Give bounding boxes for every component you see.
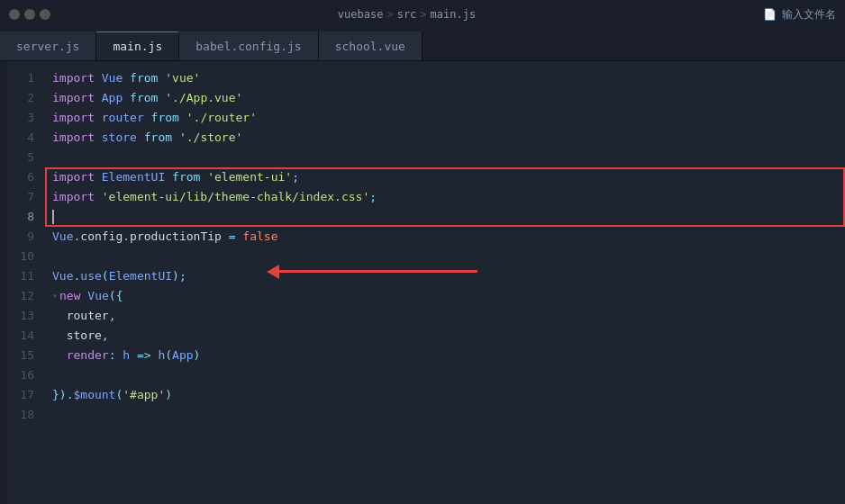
breadcrumb-sep: > [386,8,393,21]
code-line-17: }).$mount('#app') [45,385,845,405]
code-line-16 [45,365,845,385]
file-input-area: 📄 输入文件名 [763,7,836,22]
code-line-6: import ElementUI from 'element-ui'; [45,167,845,187]
code-line-18 [45,405,845,425]
line-num-9: 9 [7,227,45,247]
line-num-12: 12 [7,286,45,306]
code-line-10 [45,247,845,266]
close-btn[interactable] [9,9,20,20]
code-line-14: store, [45,326,845,346]
line-num-14: 14 [7,326,45,346]
code-line-9: Vue.config.productionTip = false [45,227,845,247]
tab-school-vue[interactable]: school.vue [319,32,422,60]
tab-main-js[interactable]: main.js [96,32,179,60]
maximize-btn[interactable] [40,9,50,20]
tab-server-js[interactable]: server.js [0,32,96,60]
code-line-7: import 'element-ui/lib/theme-chalk/index… [45,187,845,207]
code-line-13: router, [45,306,845,326]
breadcrumb: vuebase > src > main.js [58,8,756,21]
tab-babel-config[interactable]: babel.config.js [179,32,318,60]
line-num-1: 1 [7,68,45,88]
editor: 1 2 3 4 5 6 7 8 9 10 11 12 13 14 15 16 1… [0,61,845,504]
breadcrumb-part: main.js [431,8,477,21]
line-num-15: 15 [7,346,45,365]
line-num-4: 4 [7,128,45,148]
breadcrumb-part: src [397,8,417,21]
titlebar: vuebase > src > main.js 📄 输入文件名 [0,0,845,29]
file-input-placeholder: 输入文件名 [782,7,836,22]
line-num-13: 13 [7,306,45,326]
file-icon: 📄 [763,8,777,21]
code-line-1: import Vue from 'vue' [45,68,845,88]
line-num-17: 17 [7,385,45,405]
line-num-16: 16 [7,365,45,385]
code-line-4: import store from './store' [45,128,845,148]
activity-bar [0,61,7,504]
code-line-12: ▾new Vue({ [45,286,845,306]
line-num-2: 2 [7,88,45,108]
breadcrumb-part: vuebase [338,8,384,21]
tab-bar: server.js main.js babel.config.js school… [0,29,845,61]
code-line-8 [45,207,845,227]
line-numbers: 1 2 3 4 5 6 7 8 9 10 11 12 13 14 15 16 1… [7,61,45,504]
line-num-18: 18 [7,405,45,425]
minimize-btn[interactable] [24,9,35,20]
line-num-11: 11 [7,266,45,286]
line-num-8: 8 [7,207,45,227]
code-line-2: import App from './App.vue' [45,88,845,108]
window-controls [9,9,50,20]
line-num-3: 3 [7,108,45,128]
line-num-10: 10 [7,247,45,266]
breadcrumb-sep: > [420,8,426,21]
line-num-6: 6 [7,167,45,187]
code-line-15: render: h => h(App) [45,346,845,365]
code-area[interactable]: import Vue from 'vue' import App from '.… [45,61,845,504]
code-line-11: Vue.use(ElementUI); [45,266,845,286]
line-num-5: 5 [7,148,45,167]
code-line-3: import router from './router' [45,108,845,128]
text-cursor [52,210,54,224]
line-num-7: 7 [7,187,45,207]
code-line-5 [45,148,845,167]
